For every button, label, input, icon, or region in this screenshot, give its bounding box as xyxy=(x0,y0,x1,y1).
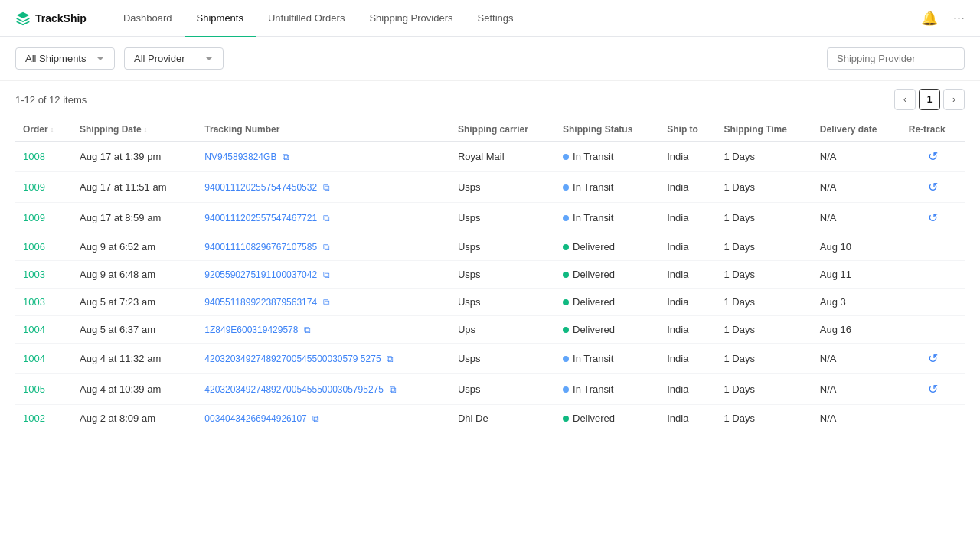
copy-icon[interactable]: ⧉ xyxy=(390,384,397,395)
status-text: Delivered xyxy=(573,324,615,335)
cell-status: In Transit xyxy=(555,344,659,374)
shipments-table-wrapper: Order Shipping Date Tracking Number Ship… xyxy=(0,118,980,432)
more-options-icon[interactable]: ··· xyxy=(953,10,965,26)
cell-status: Delivered xyxy=(555,405,659,432)
tracking-link[interactable]: 00340434266944926107 xyxy=(204,413,306,424)
prev-page-button[interactable]: ‹ xyxy=(894,89,916,110)
col-shipping-date[interactable]: Shipping Date xyxy=(72,118,197,142)
cell-date: Aug 9 at 6:52 am xyxy=(72,233,197,261)
table-row: 1008 Aug 17 at 1:39 pm NV945893824GB ⧉ R… xyxy=(15,142,965,172)
tracking-link[interactable]: 9400111202557547467721 xyxy=(204,213,317,223)
tracking-link[interactable]: 9400111202557547450532 xyxy=(204,182,317,193)
copy-icon[interactable]: ⧉ xyxy=(312,413,319,424)
col-order[interactable]: Order xyxy=(15,118,72,142)
cell-retrack xyxy=(901,261,965,289)
cell-tracking: 9405511899223879563174 ⧉ xyxy=(197,289,450,316)
cell-carrier: Usps xyxy=(450,233,555,261)
shipping-provider-search[interactable] xyxy=(827,47,965,70)
order-link[interactable]: 1003 xyxy=(23,296,45,308)
col-shipping-time: Shipping Time xyxy=(716,118,812,142)
copy-icon[interactable]: ⧉ xyxy=(304,324,311,335)
col-retrack: Re-track xyxy=(901,118,965,142)
copy-icon[interactable]: ⧉ xyxy=(323,182,330,193)
cell-shipping-time: 1 Days xyxy=(716,405,812,432)
tracking-link[interactable]: 9400111108296767107585 xyxy=(204,242,317,253)
order-link[interactable]: 1008 xyxy=(23,151,45,162)
status-text: In Transit xyxy=(573,383,613,395)
shipments-table: Order Shipping Date Tracking Number Ship… xyxy=(15,118,965,432)
nav-shipments[interactable]: Shipments xyxy=(185,1,256,37)
table-row: 1004 Aug 4 at 11:32 am 42032034927489270… xyxy=(15,344,965,374)
cell-date: Aug 5 at 6:37 am xyxy=(72,316,197,344)
order-link[interactable]: 1009 xyxy=(23,181,45,193)
cell-retrack: ↺ xyxy=(901,142,965,172)
cell-ship-to: India xyxy=(659,142,716,172)
cell-tracking: 9400111202557547467721 ⧉ xyxy=(197,203,450,233)
cell-tracking: 00340434266944926107 ⧉ xyxy=(197,405,450,432)
order-link[interactable]: 1003 xyxy=(23,269,45,280)
table-row: 1003 Aug 5 at 7:23 am 940551189922387956… xyxy=(15,289,965,316)
tracking-link[interactable]: 9405511899223879563174 xyxy=(204,297,317,308)
cell-delivery-date: Aug 11 xyxy=(812,261,901,289)
col-delivery-date: Delivery date xyxy=(812,118,901,142)
retrack-button[interactable]: ↺ xyxy=(909,180,957,194)
col-tracking-number: Tracking Number xyxy=(197,118,450,142)
order-link[interactable]: 1004 xyxy=(23,353,45,364)
nav-unfulfilled[interactable]: Unfulfilled Orders xyxy=(256,1,357,37)
cell-status: In Transit xyxy=(555,142,659,172)
retrack-button[interactable]: ↺ xyxy=(909,382,957,396)
cell-date: Aug 9 at 6:48 am xyxy=(72,261,197,289)
nav-dashboard[interactable]: Dashboard xyxy=(111,1,185,37)
order-link[interactable]: 1006 xyxy=(23,241,45,253)
copy-icon[interactable]: ⧉ xyxy=(387,354,394,364)
copy-icon[interactable]: ⧉ xyxy=(323,213,330,223)
status-dot xyxy=(563,244,569,250)
order-link[interactable]: 1005 xyxy=(23,383,45,395)
cell-carrier: Ups xyxy=(450,316,555,344)
cell-status: In Transit xyxy=(555,172,659,203)
cell-delivery-date: Aug 3 xyxy=(812,289,901,316)
cell-retrack xyxy=(901,233,965,261)
cell-carrier: Usps xyxy=(450,203,555,233)
copy-icon[interactable]: ⧉ xyxy=(323,269,330,280)
tracking-link[interactable]: NV945893824GB xyxy=(204,152,276,162)
cell-date: Aug 4 at 10:39 am xyxy=(72,374,197,405)
tracking-link[interactable]: 1Z849E600319429578 xyxy=(204,324,298,335)
order-link[interactable]: 1004 xyxy=(23,324,45,335)
nav-settings[interactable]: Settings xyxy=(466,1,526,37)
col-status: Shipping Status xyxy=(555,118,659,142)
current-page-button[interactable]: 1 xyxy=(919,89,940,110)
copy-icon[interactable]: ⧉ xyxy=(323,242,330,253)
copy-icon[interactable]: ⧉ xyxy=(283,152,289,162)
status-text: Delivered xyxy=(573,412,615,424)
order-link[interactable]: 1009 xyxy=(23,212,45,223)
next-page-button[interactable]: › xyxy=(943,89,965,110)
all-provider-label: All Provider xyxy=(134,53,185,64)
status-dot xyxy=(563,386,569,393)
tracking-link[interactable]: 420320349274892700545500030579 5275 xyxy=(204,354,381,364)
all-shipments-dropdown[interactable]: All Shipments xyxy=(15,47,115,70)
retrack-button[interactable]: ↺ xyxy=(909,210,957,225)
main-nav: Dashboard Shipments Unfulfilled Orders S… xyxy=(111,0,526,37)
status-dot xyxy=(563,184,569,191)
cell-ship-to: India xyxy=(659,344,716,374)
cell-retrack: ↺ xyxy=(901,374,965,405)
nav-providers[interactable]: Shipping Providers xyxy=(357,1,465,37)
all-provider-dropdown[interactable]: All Provider xyxy=(124,47,224,70)
cell-carrier: Usps xyxy=(450,289,555,316)
copy-icon[interactable]: ⧉ xyxy=(323,297,330,308)
retrack-button[interactable]: ↺ xyxy=(909,351,957,366)
cell-delivery-date: N/A xyxy=(812,142,901,172)
tracking-link[interactable]: 42032034927489270054555000305795275 xyxy=(204,384,384,395)
pagination-bar: 1-12 of 12 items ‹ 1 › xyxy=(0,81,980,118)
cell-shipping-time: 1 Days xyxy=(716,289,812,316)
cell-tracking: 9205590275191100037042 ⧉ xyxy=(197,261,450,289)
cell-tracking: 9400111108296767107585 ⧉ xyxy=(197,233,450,261)
order-link[interactable]: 1002 xyxy=(23,412,45,424)
status-text: In Transit xyxy=(573,151,613,162)
tracking-link[interactable]: 9205590275191100037042 xyxy=(204,269,317,280)
cell-retrack xyxy=(901,289,965,316)
bell-icon[interactable]: 🔔 xyxy=(921,10,938,27)
pagination-controls: ‹ 1 › xyxy=(894,89,965,110)
retrack-button[interactable]: ↺ xyxy=(909,149,957,164)
